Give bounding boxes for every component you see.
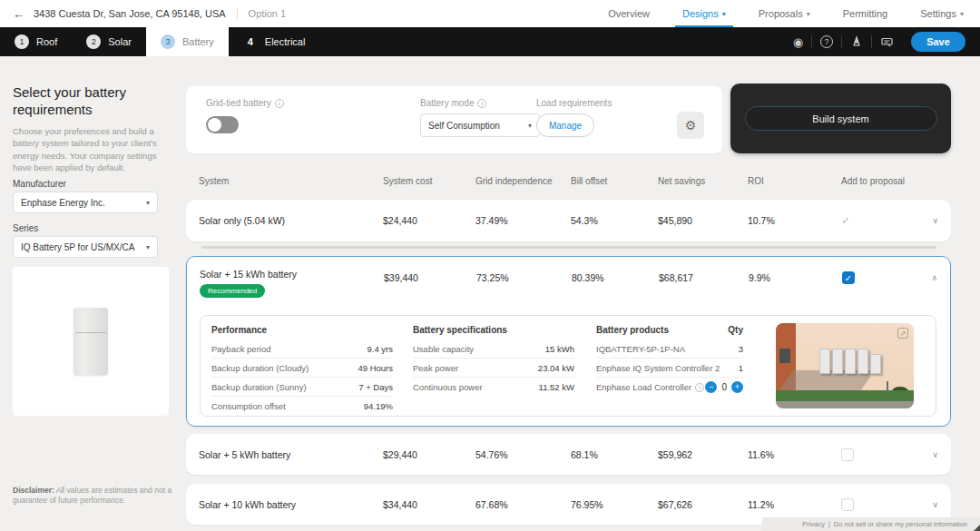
step-solar[interactable]: 2 Solar	[72, 27, 146, 56]
net-savings: $68,617	[659, 257, 749, 283]
step-number: 4	[243, 36, 258, 47]
chevron-up-icon[interactable]: ∧	[931, 257, 937, 282]
nav-permitting[interactable]: Permitting	[827, 0, 905, 27]
project-address: 3438 Cuesta Dr, San Jose, CA 95148, USA	[34, 8, 226, 19]
net-savings: $59,962	[658, 449, 748, 460]
battery-specifications-section: Battery specifications Usable capacity 1…	[413, 325, 574, 397]
system-cost: $39,440	[384, 257, 476, 283]
add-to-proposal-checkbox[interactable]	[841, 498, 854, 511]
build-system-button[interactable]: Build system	[745, 106, 937, 131]
system-name: Solar only (5.04 kW)	[199, 215, 383, 226]
step-bar: 1 Roof 2 Solar 3 Battery 4 Electrical ◉ …	[0, 27, 980, 56]
nav-designs[interactable]: Designs ▾	[666, 0, 742, 27]
decrement-button[interactable]: −	[705, 381, 717, 393]
nav-settings[interactable]: Settings ▾	[904, 0, 980, 27]
battery-mode-select[interactable]: Self Consumption ▾	[420, 113, 540, 137]
roi: 11.6%	[748, 449, 841, 460]
battery-settings-card: Grid-tied battery Battery mode Self Cons…	[186, 86, 722, 153]
increment-button[interactable]: +	[731, 381, 743, 393]
chevron-down-icon[interactable]: ∨	[932, 500, 938, 509]
gear-icon[interactable]: ⚙	[677, 112, 704, 139]
manage-button[interactable]: Manage	[536, 113, 594, 137]
horizontal-scrollbar[interactable]	[201, 246, 936, 249]
spec-row: Payback period 9.4 yrs	[211, 339, 393, 359]
system-cost: $29,440	[383, 449, 475, 460]
system-name: Solar + 15 kWh battery	[200, 269, 384, 280]
save-button[interactable]: Save	[911, 32, 965, 52]
tools-icon[interactable]	[842, 35, 871, 48]
roi: 11.2%	[748, 499, 841, 510]
col-grid-independence: Grid independence	[475, 169, 571, 188]
col-system: System	[199, 169, 383, 188]
build-system-panel: Build system	[730, 84, 951, 153]
spec-row: Consumption offset 94.19%	[211, 397, 393, 416]
performance-section: Performance Payback period 9.4 yrs Backu…	[211, 325, 393, 416]
divider	[237, 7, 238, 20]
design-option-label[interactable]: Option 1	[249, 8, 287, 19]
help-icon[interactable]: ?	[812, 35, 841, 48]
page-title: Select your battery requirements	[13, 84, 169, 119]
battery-products-section: Battery products Qty IQBATTERY-5P-1P-NA …	[596, 325, 743, 397]
bill-offset: 76.95%	[571, 499, 658, 510]
info-icon[interactable]	[695, 383, 704, 392]
privacy-link[interactable]: Privacy	[802, 520, 825, 528]
table-row-solar-15kwh-expanded[interactable]: Solar + 15 kWh battery Recommended $39,4…	[186, 256, 951, 427]
table-row-solar-5kwh[interactable]: Solar + 5 kWh battery $29,440 54.76% 68.…	[186, 434, 951, 475]
battery-graphic	[74, 308, 108, 375]
privacy-footer: Privacy | Do not sell or share my person…	[762, 517, 980, 531]
qty-header: Qty	[728, 325, 743, 335]
add-to-proposal-checkbox[interactable]	[842, 271, 855, 284]
chevron-down-icon[interactable]: ∨	[932, 450, 938, 459]
section-title: Battery products Qty	[596, 325, 743, 339]
grid-independence: 54.76%	[475, 449, 571, 460]
add-to-proposal-checkbox[interactable]	[841, 448, 854, 461]
spec-row: Backup duration (Cloudy) 49 Hours	[211, 359, 393, 378]
quantity-stepper: − 0 +	[705, 381, 743, 393]
battery-product-image	[13, 267, 169, 416]
spec-row: Continuous power 11.52 kW	[413, 378, 574, 397]
info-icon[interactable]	[275, 99, 284, 108]
toggle-knob	[208, 118, 221, 132]
section-title: Battery specifications	[413, 325, 574, 339]
chevron-down-icon: ▾	[807, 10, 810, 18]
step-roof[interactable]: 1 Roof	[0, 27, 72, 56]
chevron-down-icon: ▾	[722, 10, 726, 18]
spec-row: Peak power 23.04 kW	[413, 359, 574, 378]
net-savings: $45,890	[658, 215, 748, 226]
grid-tied-toggle[interactable]	[206, 116, 239, 133]
step-battery[interactable]: 3 Battery	[146, 27, 229, 56]
installation-photo: ↗	[776, 323, 914, 408]
manufacturer-select[interactable]: Enphase Energy Inc. ▾	[13, 192, 158, 213]
battery-design-page: ← 3438 Cuesta Dr, San Jose, CA 95148, US…	[0, 0, 980, 531]
top-navigation: Overview Designs ▾ Proposals ▾ Permittin…	[592, 0, 980, 27]
back-arrow-icon[interactable]: ←	[13, 7, 24, 21]
chevron-down-icon: ▾	[146, 243, 150, 251]
grid-independence: 67.68%	[475, 499, 571, 510]
col-net-savings: Net savings	[658, 169, 748, 188]
do-not-sell-link[interactable]: Do not sell or share my personal informa…	[834, 520, 967, 528]
step-electrical[interactable]: 4 Electrical	[229, 27, 320, 56]
col-roi: ROI	[748, 169, 841, 188]
chevron-down-icon[interactable]: ∨	[932, 216, 938, 225]
expand-photo-icon[interactable]: ↗	[897, 328, 908, 339]
col-bill-offset: Bill offset	[571, 169, 658, 188]
section-title: Performance	[211, 325, 393, 339]
table-row-solar-only[interactable]: Solar only (5.04 kW) $24,440 37.49% 54.3…	[186, 200, 951, 241]
roi: 9.9%	[749, 257, 842, 283]
series-select[interactable]: IQ Battery 5P for US/MX/CA ▾	[13, 236, 158, 258]
chevron-down-icon: ▾	[528, 122, 532, 130]
bill-offset: 54.3%	[571, 215, 658, 226]
grid-independence: 73.25%	[476, 257, 572, 283]
keyboard-shortcuts-icon[interactable]	[872, 36, 902, 48]
manufacturer-label: Manufacturer	[13, 179, 66, 189]
nav-proposals[interactable]: Proposals ▾	[742, 0, 827, 27]
resize-corner	[974, 525, 980, 531]
record-walkthrough-icon[interactable]: ◉	[785, 35, 811, 49]
series-label: Series	[13, 223, 38, 233]
nav-overview[interactable]: Overview	[592, 0, 666, 27]
quantity-value: 0	[721, 382, 727, 392]
info-icon[interactable]	[477, 99, 486, 108]
chevron-down-icon: ▾	[960, 10, 964, 18]
photo-battery-units	[819, 349, 881, 374]
photo-window	[779, 349, 790, 363]
